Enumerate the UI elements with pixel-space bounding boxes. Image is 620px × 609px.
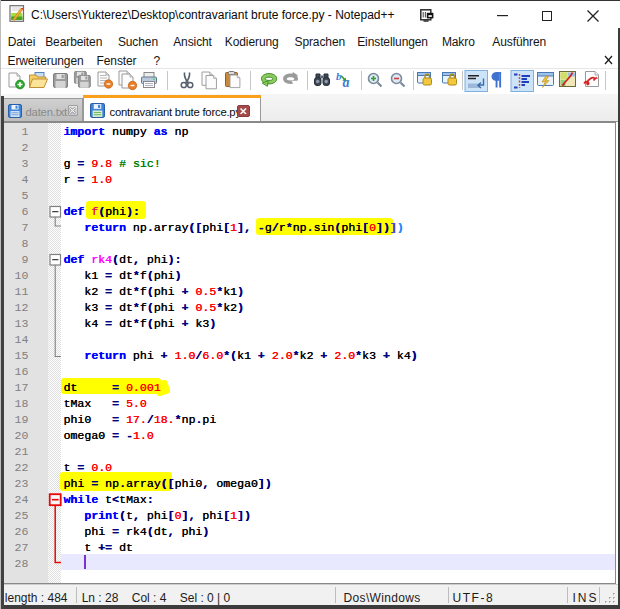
svg-text:a: a bbox=[343, 75, 350, 90]
svg-text:b: b bbox=[336, 70, 342, 82]
